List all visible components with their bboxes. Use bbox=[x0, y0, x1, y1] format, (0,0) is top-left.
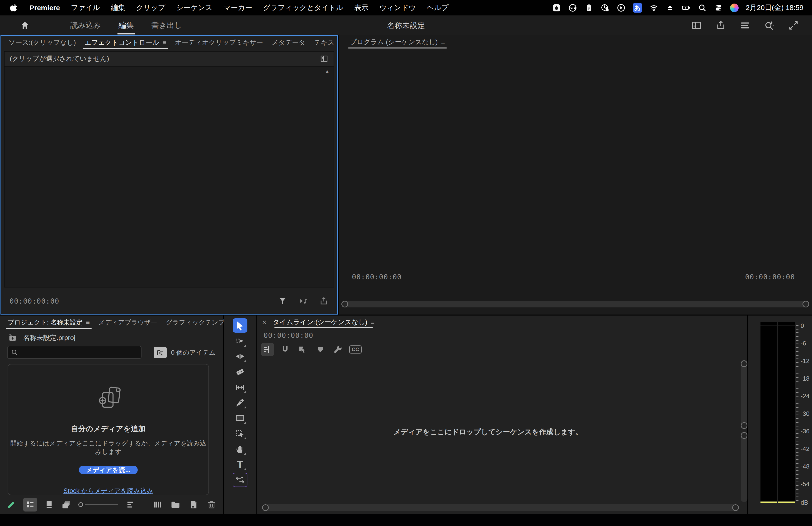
folder-up-icon[interactable] bbox=[7, 333, 18, 343]
effect-controls-timecode[interactable]: 00:00:00:00 bbox=[10, 297, 59, 305]
track-select-forward-tool[interactable] bbox=[233, 334, 247, 348]
zoom-slider-knob[interactable] bbox=[78, 502, 83, 507]
captions-icon[interactable]: CC bbox=[349, 343, 362, 356]
magic-search-icon[interactable] bbox=[764, 20, 774, 31]
quick-export-icon[interactable] bbox=[715, 20, 726, 31]
video-scrollbar-bottom-handle[interactable] bbox=[741, 422, 748, 429]
timeline-horizontal-scrollbar[interactable] bbox=[262, 504, 739, 511]
tab-metadata[interactable]: メタデータ bbox=[267, 35, 310, 49]
spotlight-search-icon[interactable] bbox=[698, 3, 707, 12]
menu-file[interactable]: ファイル bbox=[71, 3, 100, 13]
apple-menu-icon[interactable] bbox=[10, 3, 18, 12]
panel-menu-icon[interactable]: ≡ bbox=[162, 39, 166, 46]
program-zoom-scrollbar[interactable] bbox=[342, 301, 809, 308]
import-media-button[interactable]: メディアを読... bbox=[79, 466, 138, 474]
eject-icon[interactable] bbox=[666, 3, 675, 12]
program-scrollbar-left-handle[interactable] bbox=[342, 301, 348, 308]
slip-tool[interactable] bbox=[233, 380, 247, 394]
menu-clip[interactable]: クリップ bbox=[136, 3, 165, 13]
menu-sequence[interactable]: シーケンス bbox=[176, 3, 213, 13]
generative-remix-tool[interactable] bbox=[233, 473, 247, 487]
type-tool[interactable]: T bbox=[233, 457, 247, 472]
rectangle-tool[interactable] bbox=[233, 411, 247, 425]
media-dropzone[interactable]: 自分のメディアを追加 開始するにはメディアをここにドラッグするか、メディアを読み… bbox=[8, 364, 209, 495]
tab-graphic-templates[interactable]: グラフィックテンプ bbox=[161, 315, 229, 329]
play-audio-while-scrubbing-icon[interactable] bbox=[298, 296, 308, 306]
freeform-view-button[interactable] bbox=[61, 500, 71, 510]
object-selection-tool[interactable] bbox=[233, 426, 247, 441]
nest-sequences-icon[interactable] bbox=[261, 343, 274, 356]
video-scrollbar-top-handle[interactable] bbox=[741, 360, 748, 367]
trash-icon[interactable] bbox=[206, 500, 217, 510]
tab-audio-clip-mixer[interactable]: オーディオクリップミキサー bbox=[171, 35, 267, 49]
project-root-row[interactable]: 名称未設定.prproj bbox=[7, 333, 75, 343]
ripple-edit-tool[interactable] bbox=[233, 349, 247, 364]
project-panel-menu-icon[interactable]: ≡ bbox=[86, 318, 90, 326]
tab-timeline[interactable]: タイムライン:(シーケンスなし) ≡ bbox=[272, 315, 376, 329]
menu-window[interactable]: ウィンドウ bbox=[379, 3, 416, 13]
scroll-up-arrow[interactable]: ▲ bbox=[324, 68, 330, 75]
hand-tool[interactable] bbox=[233, 442, 247, 456]
menu-help[interactable]: ヘルプ bbox=[427, 3, 449, 13]
screen-time-icon[interactable] bbox=[600, 3, 609, 12]
droplet-app-icon[interactable] bbox=[552, 3, 561, 12]
toggle-timeline-view-icon[interactable] bbox=[320, 54, 328, 63]
active-app-name[interactable]: Premiere bbox=[29, 4, 60, 12]
tab-media-browser[interactable]: メディアブラウザー bbox=[94, 315, 161, 329]
header-tab-edit[interactable]: 編集 bbox=[118, 18, 134, 33]
settings-sliders-icon[interactable] bbox=[740, 20, 750, 31]
import-from-stock-link[interactable]: Stock からメディアを読み込み bbox=[63, 486, 153, 495]
tab-source[interactable]: ソース:(クリップなし) bbox=[4, 35, 80, 49]
writable-pencil-icon[interactable] bbox=[6, 500, 16, 510]
thumbnail-zoom-slider[interactable] bbox=[78, 502, 118, 507]
header-tab-import[interactable]: 読み込み bbox=[70, 18, 102, 33]
new-item-icon[interactable] bbox=[189, 500, 199, 510]
tab-program-monitor[interactable]: プログラム:(シーケンスなし) ≡ bbox=[346, 35, 449, 49]
header-tab-export[interactable]: 書き出し bbox=[151, 18, 183, 33]
sort-icon[interactable] bbox=[125, 500, 135, 510]
pen-tool[interactable] bbox=[233, 396, 247, 410]
clipboard-icon[interactable] bbox=[584, 3, 593, 12]
menu-graphics-titles[interactable]: グラフィックとタイトル bbox=[263, 3, 343, 13]
menu-edit[interactable]: 編集 bbox=[111, 3, 125, 13]
new-bin-icon[interactable] bbox=[171, 500, 180, 510]
menubar-clock[interactable]: 2月20日(金) 18:59 bbox=[746, 3, 803, 13]
list-view-button[interactable] bbox=[23, 498, 37, 512]
timeline-video-scrollbar[interactable] bbox=[741, 360, 748, 429]
automate-to-sequence-icon[interactable] bbox=[153, 500, 162, 510]
timeline-playhead-timecode[interactable]: 00:00:00:00 bbox=[263, 331, 314, 340]
tab-effect-controls[interactable]: エフェクトコントロール ≡ bbox=[80, 35, 171, 49]
timeline-audio-scrollbar[interactable] bbox=[741, 432, 748, 502]
icon-view-button[interactable] bbox=[44, 500, 54, 510]
timeline-panel-menu-icon[interactable]: ≡ bbox=[371, 318, 374, 326]
creative-cloud-icon[interactable] bbox=[568, 3, 577, 12]
project-search-input[interactable] bbox=[20, 349, 138, 356]
wifi-icon[interactable] bbox=[649, 3, 658, 12]
timeline-close-icon[interactable]: × bbox=[262, 318, 267, 327]
workspaces-icon[interactable] bbox=[691, 20, 702, 31]
control-center-icon[interactable] bbox=[714, 3, 723, 12]
timeline-scrollbar-right-handle[interactable] bbox=[732, 504, 739, 511]
audio-scrollbar-top-handle[interactable] bbox=[741, 432, 748, 439]
export-frame-icon[interactable] bbox=[319, 296, 329, 306]
menu-marker[interactable]: マーカー bbox=[223, 3, 252, 13]
tab-project[interactable]: プロジェクト: 名称未設定 ≡ bbox=[3, 315, 94, 329]
home-icon[interactable] bbox=[20, 21, 29, 30]
play-circle-icon[interactable] bbox=[617, 3, 626, 12]
razor-tool[interactable] bbox=[233, 365, 247, 379]
ime-japanese-icon[interactable]: あ bbox=[633, 3, 642, 13]
timeline-settings-wrench-icon[interactable] bbox=[331, 343, 344, 356]
selection-tool[interactable] bbox=[233, 318, 247, 332]
program-scrollbar-right-handle[interactable] bbox=[802, 301, 809, 308]
menu-view[interactable]: 表示 bbox=[354, 3, 368, 13]
filter-properties-icon[interactable] bbox=[278, 296, 287, 306]
fullscreen-icon[interactable] bbox=[788, 20, 799, 31]
add-marker-icon[interactable] bbox=[314, 343, 327, 356]
program-panel-menu-icon[interactable]: ≡ bbox=[441, 38, 445, 46]
battery-icon[interactable] bbox=[682, 3, 691, 12]
search-in-bin-button[interactable] bbox=[154, 347, 167, 358]
project-search-box[interactable] bbox=[7, 346, 142, 359]
tab-text[interactable]: テキス bbox=[309, 35, 338, 49]
siri-icon[interactable] bbox=[730, 3, 739, 12]
snap-magnet-icon[interactable] bbox=[279, 343, 292, 356]
